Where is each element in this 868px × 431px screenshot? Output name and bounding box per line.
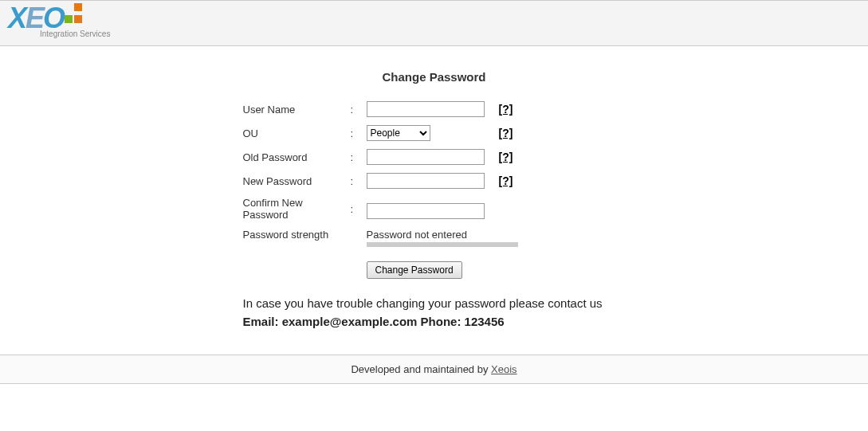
help-ou-icon[interactable]: [?] xyxy=(499,127,513,139)
colon: : xyxy=(351,175,367,187)
row-old-password: Old Password : [?] xyxy=(243,149,626,165)
row-ou: OU : People [?] xyxy=(243,125,626,141)
help-new-password-icon[interactable]: [?] xyxy=(499,174,513,187)
row-confirm-password: Confirm New Password : xyxy=(243,197,626,221)
ou-select[interactable]: People xyxy=(367,125,430,141)
help-text: In case you have trouble changing your p… xyxy=(243,295,626,331)
new-password-input[interactable] xyxy=(367,173,485,189)
new-password-label: New Password xyxy=(243,175,351,187)
change-password-button[interactable]: Change Password xyxy=(367,261,462,279)
change-password-form: Change Password User Name : [?] OU : Peo… xyxy=(243,70,626,331)
ou-label: OU xyxy=(243,127,351,139)
row-username: User Name : [?] xyxy=(243,101,626,117)
footer-link[interactable]: Xeois xyxy=(491,363,517,375)
confirm-password-label: Confirm New Password xyxy=(243,197,351,221)
footer-text: Developed and maintained by xyxy=(351,363,491,375)
logo-squares-icon xyxy=(64,2,83,26)
colon: : xyxy=(351,197,367,215)
colon: : xyxy=(351,151,367,163)
confirm-password-input[interactable] xyxy=(367,203,485,219)
main-content: Change Password User Name : [?] OU : Peo… xyxy=(0,46,868,347)
help-line1: In case you have trouble changing your p… xyxy=(243,295,626,313)
old-password-label: Old Password xyxy=(243,151,351,163)
submit-row: Change Password xyxy=(367,261,626,279)
footer: Developed and maintained by Xeois xyxy=(0,355,868,384)
help-username-icon[interactable]: [?] xyxy=(499,103,513,116)
help-contact: Email: example@example.com Phone: 123456 xyxy=(243,313,626,331)
strength-label: Password strength xyxy=(243,229,351,241)
old-password-input[interactable] xyxy=(367,149,485,165)
logo: XEO Integration Services xyxy=(8,4,110,38)
page-title: Change Password xyxy=(243,70,626,84)
colon: : xyxy=(351,104,367,116)
colon: : xyxy=(351,127,367,139)
row-password-strength: Password strength Password not entered xyxy=(243,229,626,247)
header: XEO Integration Services xyxy=(0,0,868,46)
username-input[interactable] xyxy=(367,101,485,117)
row-new-password: New Password : [?] xyxy=(243,173,626,189)
strength-text: Password not entered xyxy=(367,229,518,241)
username-label: User Name xyxy=(243,104,351,116)
help-old-password-icon[interactable]: [?] xyxy=(499,151,513,163)
strength-bar xyxy=(367,242,518,247)
logo-subtitle: Integration Services xyxy=(40,29,110,38)
